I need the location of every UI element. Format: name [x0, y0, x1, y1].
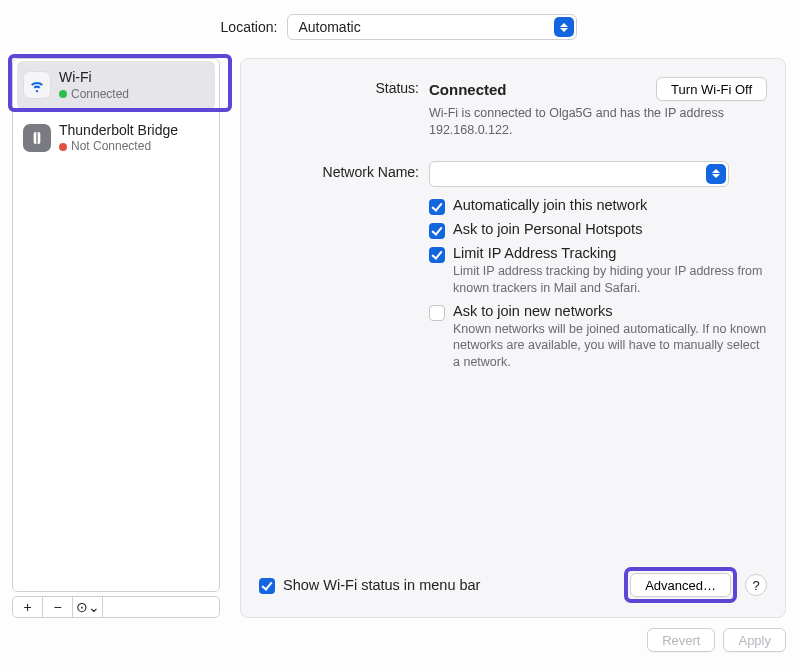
hotspots-checkbox[interactable]: [429, 223, 445, 239]
limit-ip-checkbox[interactable]: [429, 247, 445, 263]
updown-icon: [554, 17, 574, 37]
ask-new-label: Ask to join new networks: [453, 303, 767, 319]
status-description: Wi-Fi is connected to Olga5G and has the…: [429, 105, 767, 139]
service-item-wifi[interactable]: Wi-Fi Connected: [17, 61, 215, 110]
status-label: Status:: [259, 77, 429, 139]
highlight-box-advanced: Advanced…: [624, 567, 737, 603]
auto-join-checkbox[interactable]: [429, 199, 445, 215]
service-name: Thunderbolt Bridge: [59, 122, 178, 140]
apply-button[interactable]: Apply: [723, 628, 786, 652]
service-name: Wi-Fi: [59, 69, 129, 87]
status-value: Connected: [429, 81, 644, 98]
service-list[interactable]: Wi-Fi Connected Thunderbolt Bridge: [12, 58, 220, 592]
updown-icon: [706, 164, 726, 184]
network-preferences-window: Location: Automatic Wi-Fi Connected: [0, 0, 800, 672]
service-item-thunderbolt[interactable]: Thunderbolt Bridge Not Connected: [13, 112, 219, 165]
status-dot-icon: [59, 143, 67, 151]
help-button[interactable]: ?: [745, 574, 767, 596]
ask-new-checkbox[interactable]: [429, 305, 445, 321]
thunderbolt-icon: [23, 124, 51, 152]
show-menu-checkbox[interactable]: [259, 578, 275, 594]
ask-new-desc: Known networks will be joined automatica…: [453, 321, 767, 372]
limit-ip-label: Limit IP Address Tracking: [453, 245, 767, 261]
service-status: Connected: [71, 87, 129, 102]
status-dot-icon: [59, 90, 67, 98]
location-label: Location:: [221, 19, 278, 35]
service-toolbar: + − ⊙⌄: [12, 596, 220, 618]
more-actions-button[interactable]: ⊙⌄: [73, 597, 103, 617]
toolbar-spacer: [103, 597, 219, 617]
turn-wifi-off-button[interactable]: Turn Wi-Fi Off: [656, 77, 767, 101]
network-name-label: Network Name:: [259, 161, 429, 187]
service-status: Not Connected: [71, 139, 151, 154]
wifi-icon: [23, 71, 51, 99]
advanced-button[interactable]: Advanced…: [630, 573, 731, 597]
location-value: Automatic: [298, 19, 360, 35]
service-sidebar: Wi-Fi Connected Thunderbolt Bridge: [12, 58, 220, 618]
network-name-select[interactable]: [429, 161, 729, 187]
location-row: Location: Automatic: [12, 14, 786, 40]
limit-ip-desc: Limit IP address tracking by hiding your…: [453, 263, 767, 297]
location-select[interactable]: Automatic: [287, 14, 577, 40]
add-service-button[interactable]: +: [13, 597, 43, 617]
footer: Revert Apply: [12, 628, 786, 652]
remove-service-button[interactable]: −: [43, 597, 73, 617]
hotspots-label: Ask to join Personal Hotspots: [453, 221, 642, 237]
detail-pane: Status: Connected Turn Wi-Fi Off Wi-Fi i…: [240, 58, 786, 618]
auto-join-label: Automatically join this network: [453, 197, 647, 213]
revert-button[interactable]: Revert: [647, 628, 715, 652]
show-menu-label: Show Wi-Fi status in menu bar: [283, 577, 480, 593]
